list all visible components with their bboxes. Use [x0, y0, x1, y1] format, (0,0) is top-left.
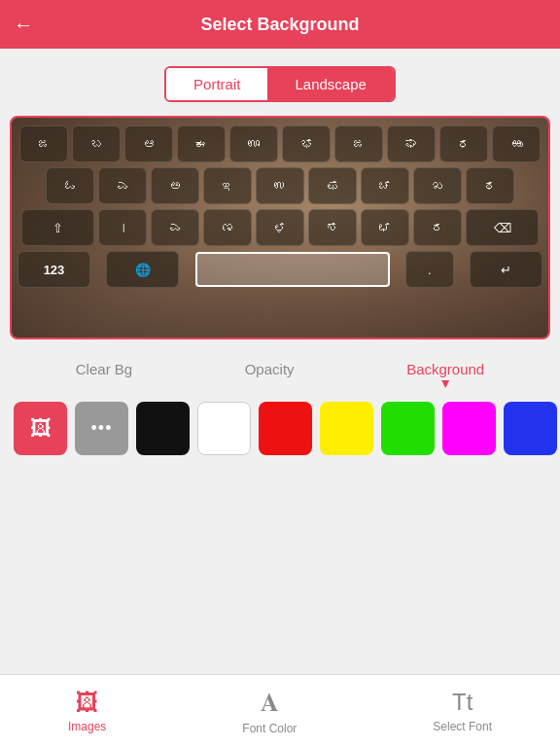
keyboard-background: ಜ ಬ ಆ ಈ ಊ ಭ ಜ ಘ ಧ ಱು ಓ ಎ ಅ ಇ ಉ ಫ ಚ ಖ ಥ ⇧… [12, 118, 548, 338]
bottom-nav: 🖼 Images 𝐀 Font Color Tt Select Font [0, 674, 560, 747]
swatch-red[interactable] [259, 402, 312, 455]
font-color-nav-icon: 𝐀 [261, 688, 279, 718]
key-danda[interactable]: । [98, 209, 147, 246]
swatch-yellow[interactable] [320, 402, 373, 455]
key-sha[interactable]: ಶ [308, 209, 357, 246]
globe-key[interactable]: 🌐 [106, 251, 179, 288]
header: ← Select Background [0, 0, 560, 49]
select-font-nav-icon: Tt [452, 689, 472, 716]
keyboard-preview: ಜ ಬ ಆ ಈ ಊ ಭ ಜ ಘ ಧ ಱು ಓ ಎ ಅ ಇ ಉ ಫ ಚ ಖ ಥ ⇧… [10, 116, 550, 339]
landscape-button[interactable]: Landscape [267, 68, 393, 100]
tab-row: Clear Bg Opacity Background [0, 357, 560, 392]
swatch-row: 🖼 ••• [0, 402, 560, 455]
swatch-dots[interactable]: ••• [75, 402, 128, 455]
images-icon: 🖼 [30, 416, 52, 442]
back-button[interactable]: ← [14, 14, 33, 36]
swatch-magenta[interactable] [442, 402, 496, 455]
key-u[interactable]: ಉ [256, 167, 304, 204]
toggle-group: Portrait Landscape [164, 66, 396, 102]
portrait-button[interactable]: Portrait [166, 68, 267, 100]
key-kha[interactable]: ಖ [413, 167, 462, 204]
orientation-toggle: Portrait Landscape [0, 66, 560, 102]
key-tha[interactable]: ಥ [466, 167, 514, 204]
key-na[interactable]: ಣ [203, 209, 252, 246]
tab-clear-bg[interactable]: Clear Bg [76, 357, 132, 392]
nav-select-font[interactable]: Tt Select Font [433, 689, 492, 733]
keyboard-row-3: ⇧ । ಎ ಣ ಳ ಶ ಛ ರ ⌫ [18, 209, 542, 246]
select-font-nav-label: Select Font [433, 720, 492, 733]
key-ii[interactable]: ಈ [177, 125, 226, 162]
swatch-blue[interactable] [504, 402, 557, 455]
key-a[interactable]: ಅ [151, 167, 199, 204]
key-ra[interactable]: ರ [413, 209, 462, 246]
tab-opacity[interactable]: Opacity [245, 357, 295, 392]
nav-images[interactable]: 🖼 Images [68, 689, 106, 733]
nav-font-color[interactable]: 𝐀 Font Color [242, 688, 297, 735]
key-ba[interactable]: ಬ [72, 125, 121, 162]
images-nav-icon: 🖼 [76, 689, 99, 716]
font-color-nav-label: Font Color [242, 722, 297, 735]
numbers-key[interactable]: 123 [18, 251, 90, 288]
shift-key[interactable]: ⇧ [21, 209, 94, 246]
key-dha[interactable]: ಧ [439, 125, 488, 162]
key-gha[interactable]: ಘ [387, 125, 436, 162]
enter-key[interactable]: ↵ [470, 251, 542, 288]
key-cha[interactable]: ಚ [361, 167, 409, 204]
swatch-images[interactable]: 🖼 [14, 402, 67, 455]
keyboard-row-4: 123 🌐 . ↵ [18, 251, 542, 288]
tab-active-indicator [441, 380, 449, 388]
key-bha[interactable]: ಭ [282, 125, 331, 162]
backspace-key[interactable]: ⌫ [466, 209, 539, 246]
key-pha[interactable]: ಫ [308, 167, 357, 204]
key-e[interactable]: ಎ [98, 167, 147, 204]
key-ja2[interactable]: ಜ [334, 125, 383, 162]
keyboard-row-1: ಜ ಬ ಆ ಈ ಊ ಭ ಜ ಘ ಧ ಱು [18, 125, 542, 162]
key-e2[interactable]: ಎ [151, 209, 199, 246]
swatch-green[interactable] [381, 402, 435, 455]
key-chha[interactable]: ಛ [361, 209, 409, 246]
keyboard-row-2: ಓ ಎ ಅ ಇ ಉ ಫ ಚ ಖ ಥ [18, 167, 542, 204]
space-key[interactable] [195, 252, 390, 287]
header-title: Select Background [200, 15, 359, 35]
swatch-black[interactable] [136, 402, 190, 455]
images-nav-label: Images [68, 720, 106, 733]
key-ru[interactable]: ಱು [492, 125, 541, 162]
key-ja[interactable]: ಜ [19, 125, 68, 162]
key-i[interactable]: ಇ [203, 167, 252, 204]
tab-background[interactable]: Background [406, 357, 484, 392]
key-la[interactable]: ಳ [256, 209, 304, 246]
dots-icon: ••• [91, 418, 113, 439]
period-key[interactable]: . [405, 251, 454, 288]
key-uu[interactable]: ಊ [229, 125, 278, 162]
key-o[interactable]: ಓ [46, 167, 94, 204]
swatch-white[interactable] [197, 402, 251, 455]
key-aa[interactable]: ಆ [124, 125, 173, 162]
